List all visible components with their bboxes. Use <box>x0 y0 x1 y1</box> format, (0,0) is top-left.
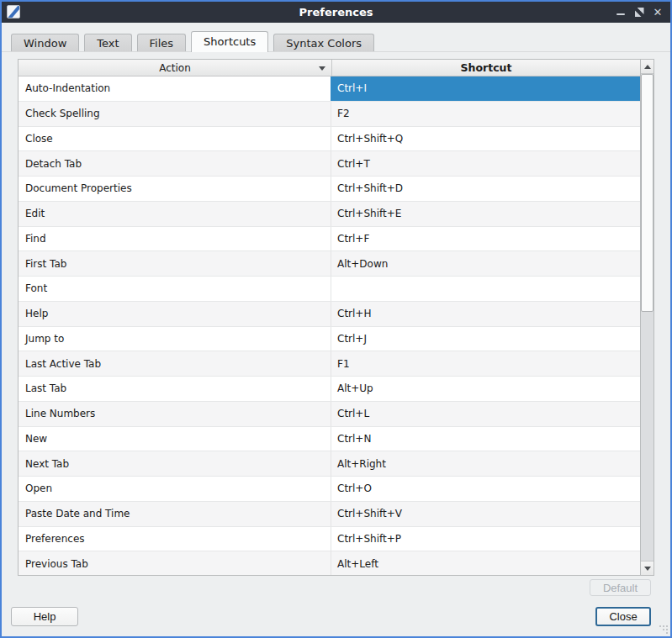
resize-grip[interactable] <box>659 625 668 634</box>
tab-shortcuts[interactable]: Shortcuts <box>191 31 268 52</box>
scroll-down-button[interactable] <box>641 561 653 575</box>
action-cell: Close <box>19 127 331 151</box>
close-button[interactable]: Close <box>595 607 651 626</box>
shortcut-cell[interactable]: Ctrl+Shift+V <box>331 502 640 526</box>
table-row[interactable]: Help Ctrl+H <box>19 302 640 327</box>
table-row[interactable]: Find Ctrl+F <box>19 227 640 252</box>
shortcut-cell[interactable]: Ctrl+O <box>331 477 640 501</box>
default-button[interactable]: Default <box>590 579 651 596</box>
restore-button[interactable] <box>632 4 647 20</box>
titlebar[interactable]: Preferences ✕ <box>2 2 670 23</box>
tab-window[interactable]: Window <box>11 34 79 51</box>
app-icon <box>7 5 20 18</box>
table-row[interactable]: Preferences Ctrl+Shift+P <box>19 527 640 552</box>
action-cell: First Tab <box>19 251 331 276</box>
table-row[interactable]: Edit Ctrl+Shift+E <box>19 202 640 227</box>
shortcut-cell[interactable]: Alt+Left <box>331 551 640 575</box>
tab-files[interactable]: Files <box>137 34 187 51</box>
table-row[interactable]: Open Ctrl+O <box>19 477 640 502</box>
scroll-up-button[interactable] <box>641 60 653 74</box>
table-row[interactable]: Detach Tab Ctrl+T <box>19 151 640 177</box>
column-header-action[interactable]: Action <box>19 60 332 76</box>
action-cell: Paste Date and Time <box>19 502 331 526</box>
preferences-dialog: Preferences ✕ WindowTextFilesShortcutsSy… <box>0 0 672 638</box>
action-cell: Open <box>19 477 331 501</box>
shortcut-cell[interactable]: Ctrl+J <box>331 327 640 351</box>
shortcut-cell[interactable]: Alt+Right <box>331 451 640 476</box>
action-cell: Edit <box>19 202 331 226</box>
action-cell: Jump to <box>19 327 331 351</box>
window-title: Preferences <box>2 6 670 18</box>
shortcuts-table: Action Shortcut Auto-Indentation Ctrl+I … <box>18 59 654 576</box>
action-cell: Detach Tab <box>19 151 331 176</box>
scrollbar-track[interactable] <box>641 74 653 561</box>
table-row[interactable]: Jump to Ctrl+J <box>19 327 640 352</box>
shortcut-cell[interactable]: Ctrl+Shift+D <box>331 177 640 201</box>
action-cell: Previous Tab <box>19 551 331 575</box>
sort-triangle-down-icon <box>319 66 325 71</box>
vertical-scrollbar <box>640 60 653 575</box>
action-cell: Help <box>19 302 331 326</box>
action-cell: Find <box>19 227 331 251</box>
shortcut-cell[interactable]: Ctrl+Shift+P <box>331 527 640 551</box>
table-row[interactable]: Close Ctrl+Shift+Q <box>19 127 640 152</box>
table-row[interactable]: Check Spelling F2 <box>19 102 640 127</box>
help-button[interactable]: Help <box>11 607 78 626</box>
table-row[interactable]: First Tab Alt+Down <box>19 251 640 277</box>
tab-bar: WindowTextFilesShortcutsSyntax Colors <box>2 30 670 52</box>
shortcut-cell[interactable]: Ctrl+Shift+Q <box>331 127 640 151</box>
action-cell: Check Spelling <box>19 102 331 126</box>
triangle-up-icon <box>644 65 651 69</box>
table-row[interactable]: Paste Date and Time Ctrl+Shift+V <box>19 502 640 527</box>
table-body: Auto-Indentation Ctrl+I Check Spelling F… <box>19 76 640 575</box>
table-header: Action Shortcut <box>19 60 640 76</box>
close-icon: ✕ <box>653 7 663 18</box>
tab-syntax-colors[interactable]: Syntax Colors <box>273 34 374 51</box>
shortcut-cell[interactable]: F1 <box>331 351 640 376</box>
action-cell: Auto-Indentation <box>19 76 331 101</box>
shortcut-cell[interactable]: Alt+Down <box>331 251 640 276</box>
table-row[interactable]: Document Properties Ctrl+Shift+D <box>19 177 640 202</box>
scrollbar-thumb[interactable] <box>641 74 653 312</box>
action-cell: Last Active Tab <box>19 351 331 376</box>
shortcut-cell[interactable]: Ctrl+Shift+E <box>331 202 640 226</box>
minimize-button[interactable] <box>613 4 628 20</box>
action-cell: New <box>19 427 331 451</box>
window-controls: ✕ <box>613 2 665 23</box>
minimize-icon <box>616 13 625 15</box>
restore-icon <box>635 8 644 17</box>
shortcut-cell[interactable]: Ctrl+H <box>331 302 640 326</box>
shortcut-cell[interactable]: Ctrl+L <box>331 402 640 426</box>
shortcut-cell[interactable]: Ctrl+T <box>331 151 640 176</box>
shortcut-cell[interactable]: Ctrl+F <box>331 227 640 251</box>
shortcut-cell[interactable]: F2 <box>331 102 640 126</box>
action-cell: Line Numbers <box>19 402 331 426</box>
table-row[interactable]: Last Active Tab F1 <box>19 351 640 377</box>
action-cell: Next Tab <box>19 451 331 476</box>
table-row[interactable]: Auto-Indentation Ctrl+I <box>19 76 640 102</box>
shortcut-cell[interactable]: Alt+Up <box>331 377 640 401</box>
column-header-shortcut[interactable]: Shortcut <box>332 60 640 76</box>
triangle-down-icon <box>644 567 651 571</box>
action-cell: Document Properties <box>19 177 331 201</box>
action-cell: Last Tab <box>19 377 331 401</box>
table-row[interactable]: Next Tab Alt+Right <box>19 451 640 477</box>
action-cell: Font <box>19 277 331 301</box>
tab-text[interactable]: Text <box>84 34 131 51</box>
table-row[interactable]: Last Tab Alt+Up <box>19 377 640 402</box>
shortcut-cell[interactable] <box>331 277 640 301</box>
action-cell: Preferences <box>19 527 331 551</box>
table-row[interactable]: Line Numbers Ctrl+L <box>19 402 640 427</box>
table-row[interactable]: Previous Tab Alt+Left <box>19 551 640 575</box>
table-row[interactable]: Font <box>19 277 640 302</box>
shortcut-cell[interactable]: Ctrl+N <box>331 427 640 451</box>
table-row[interactable]: New Ctrl+N <box>19 427 640 452</box>
shortcut-cell[interactable]: Ctrl+I <box>331 76 640 101</box>
close-window-button[interactable]: ✕ <box>650 4 665 20</box>
